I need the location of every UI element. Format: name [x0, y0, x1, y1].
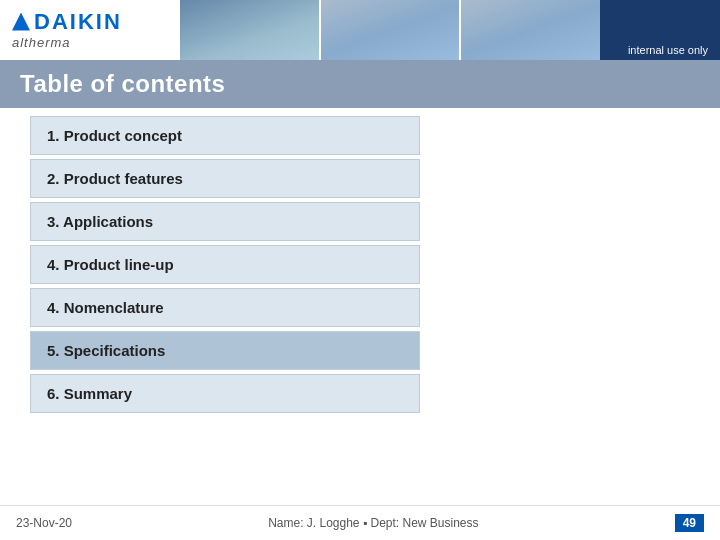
- footer-name-value: J. Logghe: [307, 516, 360, 530]
- header-images: [180, 0, 600, 60]
- footer-name-area: Name: J. Logghe ▪ Dept: New Business: [268, 516, 478, 530]
- daikin-brand-text: DAIKIN: [34, 11, 122, 33]
- footer-date: 23-Nov-20: [16, 516, 72, 530]
- altherma-text: altherma: [12, 35, 71, 50]
- footer-dept-value: New Business: [403, 516, 479, 530]
- toc-item-3[interactable]: 3. Applications: [30, 202, 420, 241]
- footer-dept-label: Dept:: [370, 516, 399, 530]
- toc-content: 1. Product concept 2. Product features 3…: [0, 116, 720, 413]
- header-image-1: [180, 0, 319, 60]
- page-title: Table of contents: [20, 70, 700, 98]
- toc-item-7[interactable]: 6. Summary: [30, 374, 420, 413]
- header-image-3: [461, 0, 600, 60]
- header: DAIKIN altherma internal use only: [0, 0, 720, 60]
- footer-page-number: 49: [675, 514, 704, 532]
- toc-item-5[interactable]: 4. Nomenclature: [30, 288, 420, 327]
- footer-name-label: Name:: [268, 516, 303, 530]
- toc-item-1[interactable]: 1. Product concept: [30, 116, 420, 155]
- internal-use-label: internal use only: [600, 0, 720, 60]
- toc-item-6[interactable]: 5. Specifications: [30, 331, 420, 370]
- title-bar: Table of contents: [0, 60, 720, 108]
- footer: 23-Nov-20 Name: J. Logghe ▪ Dept: New Bu…: [0, 505, 720, 540]
- toc-item-2[interactable]: 2. Product features: [30, 159, 420, 198]
- toc-item-4[interactable]: 4. Product line-up: [30, 245, 420, 284]
- header-image-2: [321, 0, 460, 60]
- daikin-logo: DAIKIN altherma: [12, 11, 122, 50]
- logo-area: DAIKIN altherma: [0, 0, 180, 60]
- daikin-triangle-icon: [12, 13, 30, 31]
